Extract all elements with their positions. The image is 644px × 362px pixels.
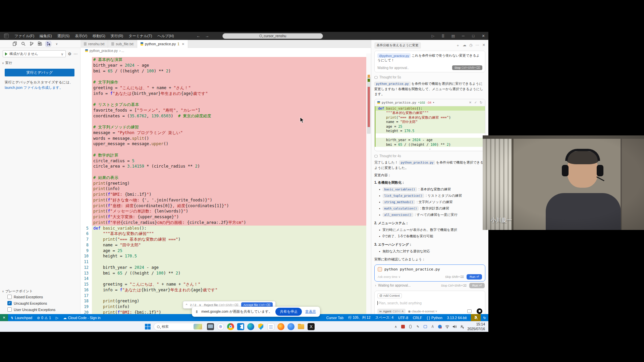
ime-a-icon[interactable]: A: [430, 324, 435, 329]
chevron-right-icon[interactable]: ›: [375, 284, 376, 287]
thought-row-1[interactable]: Thought for 5s: [374, 75, 485, 79]
wifi-icon[interactable]: [445, 324, 449, 329]
more-actions-icon[interactable]: ⋯: [73, 52, 77, 56]
maximize-button[interactable]: □: [468, 34, 478, 38]
new-chat-icon[interactable]: ＋: [456, 43, 460, 48]
launchpad-item[interactable]: ↯Launchpad: [8, 316, 35, 320]
eol-item[interactable]: CRLF: [411, 316, 424, 320]
menu-item[interactable]: 表示(V): [72, 33, 90, 39]
start-button[interactable]: [145, 324, 151, 329]
checkbox[interactable]: [7, 301, 12, 305]
hide-bar-link[interactable]: 非表示: [305, 309, 316, 314]
breakpoint-row[interactable]: Raised Exceptions: [0, 294, 80, 300]
agent-mode-dropdown[interactable]: ∞ Agent Ctrl+I ˄: [377, 309, 406, 314]
explorer-icon[interactable]: [298, 323, 305, 330]
breadcrumb[interactable]: python_practice.py › ...: [80, 48, 371, 53]
checkbox[interactable]: [7, 295, 12, 299]
cursor-tab-item[interactable]: Cursor Tab: [324, 316, 346, 320]
pen-icon[interactable]: ✎: [416, 324, 420, 329]
close-button[interactable]: ✕: [478, 34, 488, 38]
breakpoint-row[interactable]: Uncaught Exceptions: [0, 300, 80, 306]
reject-file-button[interactable]: Reject file Ctrl+Shift+⌫: [204, 303, 238, 307]
cloud-icon[interactable]: ☁: [463, 43, 466, 48]
menu-item[interactable]: 実行(R): [108, 33, 125, 39]
x-app-icon[interactable]: X: [308, 323, 315, 330]
prev-diff-icon[interactable]: ^: [186, 303, 187, 307]
tab-close-icon[interactable]: ✕: [182, 42, 184, 46]
chat-title[interactable]: 条件分岐を使えるように変更: [374, 42, 421, 49]
chat-input-box[interactable]: @ Add Context Plan, search, build anythi…: [374, 291, 485, 314]
firefox-icon[interactable]: [277, 323, 284, 330]
run-debug-icon[interactable]: [46, 41, 51, 47]
file-mention-chip[interactable]: @python_practice.py: [377, 53, 411, 58]
back-icon[interactable]: ←: [196, 34, 200, 38]
editor-tab[interactable]: sub_file.txt: [108, 40, 137, 48]
chat-input-field[interactable]: Plan, search, build anything: [377, 301, 482, 305]
next-diff-icon[interactable]: ∨: [199, 303, 201, 307]
taskbar-search[interactable]: 検索: [154, 323, 204, 330]
panel-layout-icon[interactable]: ▤: [448, 34, 458, 38]
close-panel-icon[interactable]: ✕: [482, 43, 485, 48]
checkbox[interactable]: [7, 307, 12, 312]
accept-icon[interactable]: ✓: [474, 101, 477, 104]
problems-item[interactable]: ⊘0⚠1: [35, 316, 53, 320]
notification-bell-icon[interactable]: [471, 314, 481, 321]
breakpoints-header[interactable]: ∨ ブレークポイント: [0, 289, 80, 294]
model-selector[interactable]: ◉ claude-4-sonnet ˅: [408, 309, 437, 313]
stop-button[interactable]: Stop Ctrl+Shift+⌫: [441, 284, 467, 287]
cloud-code-item[interactable]: ☁Cloud Code - Sign in: [61, 316, 103, 320]
search-sidebar-icon[interactable]: [20, 41, 26, 47]
snip-icon[interactable]: [423, 324, 427, 329]
diff-preview-card[interactable]: python_practice.py +102 -34 • ✕ ✓ ↻ def …: [374, 99, 485, 152]
menu-item[interactable]: 移動(G): [90, 33, 108, 39]
ask-every-time-dropdown[interactable]: Ask every time ∨: [378, 275, 400, 279]
teams-icon[interactable]: [287, 323, 294, 330]
run-section-header[interactable]: ∨ 実行: [0, 57, 80, 65]
chrome-icon[interactable]: [227, 323, 234, 330]
python-version-item[interactable]: 3.13.2 64-bit: [445, 316, 469, 320]
menu-item[interactable]: ターミナル(T): [126, 33, 154, 39]
add-context-chip[interactable]: @ Add Context: [377, 293, 402, 298]
mouse-settings-icon[interactable]: [408, 324, 413, 329]
reject-icon[interactable]: ✕: [469, 101, 472, 104]
vscode-icon[interactable]: [237, 323, 244, 330]
menu-item[interactable]: 編集(E): [37, 33, 54, 39]
tray-clock[interactable]: 15:14 2025/07/16: [467, 322, 485, 331]
gear-icon[interactable]: ⚙: [68, 52, 71, 56]
breakpoint-row[interactable]: User Uncaught Exceptions: [0, 306, 80, 313]
debug-config-select[interactable]: 構成がありません ∨: [3, 50, 66, 57]
stop-generation-button[interactable]: [477, 308, 482, 314]
encoding-item[interactable]: UTF-8: [396, 316, 411, 320]
sync-icon[interactable]: ↻: [481, 316, 488, 320]
menu-item[interactable]: 選択(S): [55, 33, 72, 39]
source-control-icon[interactable]: [29, 41, 34, 47]
menu-item[interactable]: ファイル(F): [12, 33, 37, 39]
language-switch-icon[interactable]: [460, 324, 464, 329]
code-editor[interactable]: # 基本的な演算birth_year = 2024 - agebmi = 65 …: [80, 53, 371, 314]
run-layout-icon[interactable]: ▷: [428, 34, 438, 38]
minimize-button[interactable]: ─: [458, 34, 468, 38]
run-and-debug-button[interactable]: 実行とデバッグ: [5, 69, 74, 76]
forward-icon[interactable]: →: [205, 34, 209, 38]
skip-button[interactable]: Skip Shift+⌫: [445, 275, 464, 279]
image-attach-icon[interactable]: [467, 309, 472, 313]
editor-tab[interactable]: python_practice.py1✕: [137, 40, 188, 48]
launch-json-link[interactable]: launch.json ファイルを作成します。: [5, 85, 63, 89]
extensions-icon[interactable]: [37, 41, 43, 47]
history-icon[interactable]: ◷: [469, 43, 473, 48]
run-command-button[interactable]: Run ⏎: [467, 274, 482, 280]
editor-scrollbar[interactable]: [366, 53, 371, 314]
edge-icon[interactable]: [247, 323, 254, 330]
defender-icon[interactable]: [257, 323, 264, 330]
more-icon[interactable]: ⋯: [476, 43, 479, 48]
indent-item[interactable]: スペース: 4: [373, 315, 396, 320]
run-button[interactable]: Run ⏎: [469, 283, 485, 288]
copilot-icon[interactable]: [217, 323, 224, 330]
thought-row-2[interactable]: Thought for 4s: [374, 154, 485, 158]
line-col-item[interactable]: 行 105、列 12: [346, 315, 373, 320]
editor-tab[interactable]: renshu.txt: [80, 40, 108, 48]
menu-item[interactable]: ヘルプ(H): [155, 33, 176, 39]
stop-sharing-button[interactable]: 共有を停止: [275, 308, 302, 316]
volume-icon[interactable]: [452, 324, 457, 329]
stop-button[interactable]: Stop Ctrl+Shift+⌫: [452, 65, 482, 70]
